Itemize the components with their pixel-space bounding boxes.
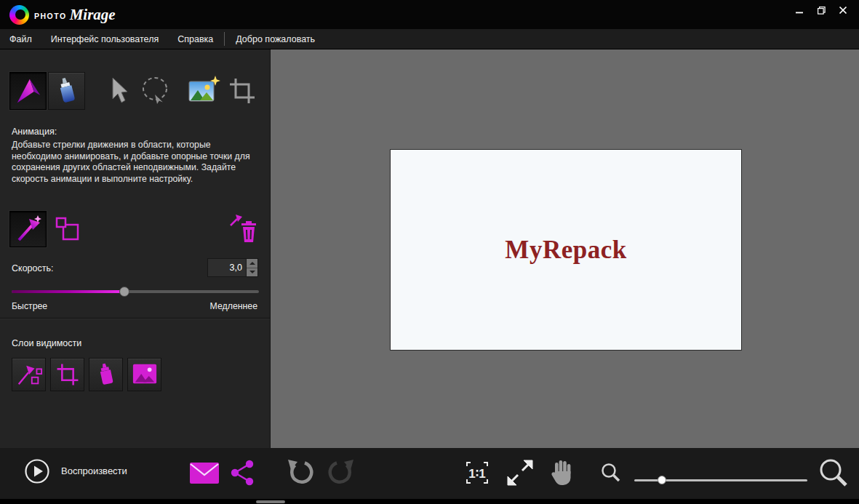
slider-faster-label: Быстрее	[12, 301, 47, 311]
share-icon	[228, 458, 256, 487]
fit-to-screen-button[interactable]	[505, 458, 535, 487]
motion-arrows-layer-button[interactable]	[12, 358, 46, 391]
pan-hand-icon	[548, 458, 576, 487]
motion-arrow-tool-button[interactable]	[9, 72, 47, 110]
undo-icon	[285, 459, 314, 487]
animation-heading: Анимация:	[12, 127, 57, 137]
speed-decrement-button[interactable]	[247, 268, 257, 277]
svg-text:1: 1	[468, 467, 475, 481]
image-layer-button[interactable]	[127, 358, 161, 391]
image-layer-icon	[131, 361, 159, 388]
insert-image-tool-icon	[187, 74, 220, 108]
share-button[interactable]	[228, 457, 257, 488]
delete-arrows-button[interactable]	[228, 212, 262, 246]
menu-divider	[224, 32, 225, 46]
freehand-select-tool-button[interactable]	[137, 73, 172, 108]
insert-image-tool-button[interactable]	[186, 73, 221, 108]
titlebar: PHOTO Mirage	[0, 0, 859, 29]
add-anchor-points-button[interactable]	[49, 211, 86, 247]
speed-label: Скорость:	[12, 263, 53, 273]
add-motion-arrow-button[interactable]	[9, 211, 47, 247]
speed-slider[interactable]	[12, 286, 259, 297]
spinner-down-icon	[249, 271, 255, 273]
anchor-layer-icon	[93, 361, 119, 388]
window-controls	[791, 2, 859, 18]
photomirage-logo-icon	[9, 5, 29, 25]
close-button[interactable]	[834, 2, 852, 18]
play-label: Воспроизвести	[61, 465, 127, 476]
animation-description: Добавьте стрелки движения в области, кот…	[12, 140, 262, 185]
speed-input[interactable]	[208, 259, 246, 276]
bottom-toolbar: Воспроизвести	[0, 448, 859, 499]
image-caption: MyRepack	[505, 236, 626, 265]
speed-spinner	[246, 259, 257, 276]
crop-tool-icon	[228, 76, 257, 105]
motion-arrow-tool-icon	[15, 77, 42, 105]
crop-layer-icon	[55, 362, 80, 387]
speed-increment-button[interactable]	[247, 259, 257, 268]
zoom-in-icon	[818, 457, 850, 489]
bottom-edge-strip	[0, 499, 859, 504]
svg-text:1: 1	[479, 467, 485, 481]
menu-user-interface[interactable]: Интерфейс пользователя	[41, 29, 168, 49]
layers-visibility-heading: Слои видимости	[12, 338, 81, 348]
anchor-brush-tool-button[interactable]	[48, 72, 85, 110]
menu-file[interactable]: Файл	[0, 29, 41, 49]
delete-arrows-trash-icon	[228, 212, 262, 246]
motion-arrows-layer-icon	[15, 361, 43, 388]
zoom-slider-thumb[interactable]	[658, 476, 666, 484]
restore-button[interactable]	[812, 2, 830, 18]
sidebar: Анимация: Добавьте стрелки движения в об…	[0, 49, 271, 448]
undo-button[interactable]	[284, 458, 315, 487]
pan-tool-button[interactable]	[547, 457, 578, 488]
anchor-layer-button[interactable]	[89, 358, 123, 391]
crop-layer-button[interactable]	[50, 358, 84, 391]
redo-icon	[327, 459, 356, 487]
canvas-area: MyRepack	[271, 49, 859, 448]
email-icon	[189, 462, 220, 484]
speed-input-group	[207, 258, 258, 277]
select-arrow-tool-icon	[103, 76, 132, 106]
zoom-in-button[interactable]	[816, 455, 851, 490]
minimize-button[interactable]	[791, 2, 808, 18]
zoom-out-button[interactable]	[599, 460, 623, 485]
speed-slider-thumb[interactable]	[119, 287, 129, 297]
menu-help[interactable]: Справка	[168, 29, 223, 49]
actual-size-button[interactable]: 1 1	[462, 460, 492, 486]
actual-size-icon: 1 1	[462, 460, 492, 486]
spinner-up-icon	[249, 262, 255, 265]
anchor-points-icon	[53, 215, 82, 244]
menubar: Файл Интерфейс пользователя Справка Добр…	[0, 29, 859, 49]
fit-to-screen-icon	[506, 458, 535, 487]
slider-slower-label: Медленнее	[210, 301, 257, 311]
play-icon	[24, 458, 50, 484]
close-icon	[839, 6, 847, 15]
sidebar-divider	[0, 318, 270, 319]
motion-arrow-icon	[14, 215, 43, 244]
app-logo: PHOTO Mirage	[9, 5, 116, 25]
select-arrow-tool-button[interactable]	[100, 73, 134, 108]
anchor-brush-tool-icon	[52, 76, 81, 105]
horizontal-scrollbar-handle[interactable]	[256, 500, 285, 503]
working-image[interactable]: MyRepack	[390, 149, 742, 351]
menu-welcome[interactable]: Добро пожаловать	[226, 29, 324, 49]
zoom-slider[interactable]	[634, 475, 807, 485]
restore-icon	[817, 6, 826, 15]
speed-slider-fill	[12, 290, 124, 293]
email-share-button[interactable]	[188, 461, 220, 484]
logo-text-mirage: Mirage	[70, 6, 116, 24]
speed-slider-track[interactable]	[12, 290, 259, 293]
logo-text-photo: PHOTO	[34, 12, 67, 20]
minimize-icon	[795, 6, 804, 15]
redo-button[interactable]	[327, 458, 357, 487]
crop-tool-button[interactable]	[225, 73, 260, 108]
play-button[interactable]	[23, 457, 51, 485]
zoom-out-icon	[600, 462, 622, 484]
freehand-select-tool-icon	[138, 74, 172, 108]
